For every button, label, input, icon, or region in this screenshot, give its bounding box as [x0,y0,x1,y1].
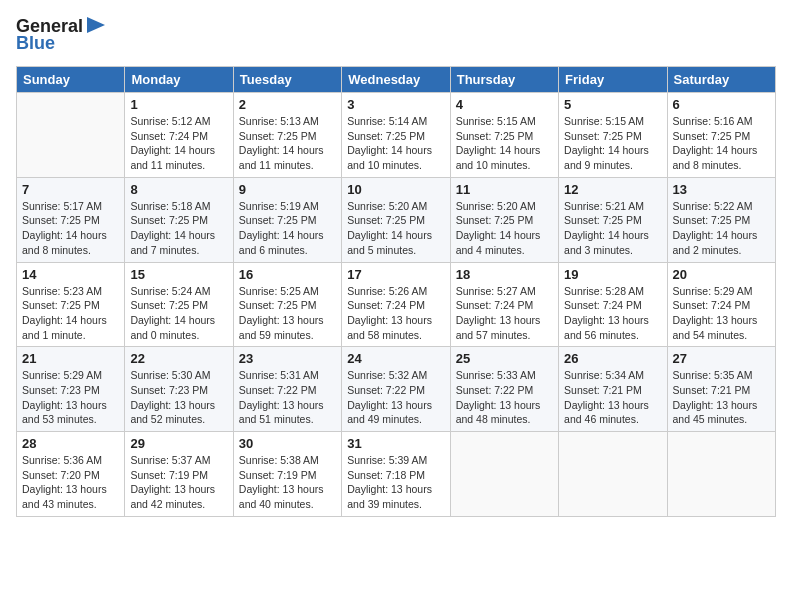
day-info: Sunrise: 5:17 AM Sunset: 7:25 PM Dayligh… [22,199,119,258]
day-info: Sunrise: 5:29 AM Sunset: 7:24 PM Dayligh… [673,284,770,343]
day-number: 14 [22,267,119,282]
calendar-table: SundayMondayTuesdayWednesdayThursdayFrid… [16,66,776,517]
day-info: Sunrise: 5:19 AM Sunset: 7:25 PM Dayligh… [239,199,336,258]
day-info: Sunrise: 5:29 AM Sunset: 7:23 PM Dayligh… [22,368,119,427]
weekday-header: Tuesday [233,67,341,93]
day-number: 27 [673,351,770,366]
day-info: Sunrise: 5:15 AM Sunset: 7:25 PM Dayligh… [456,114,553,173]
svg-marker-0 [87,17,105,33]
calendar-cell: 26Sunrise: 5:34 AM Sunset: 7:21 PM Dayli… [559,347,667,432]
logo-arrow-icon [85,15,107,35]
weekday-header: Saturday [667,67,775,93]
calendar-cell: 27Sunrise: 5:35 AM Sunset: 7:21 PM Dayli… [667,347,775,432]
calendar-cell: 19Sunrise: 5:28 AM Sunset: 7:24 PM Dayli… [559,262,667,347]
day-info: Sunrise: 5:36 AM Sunset: 7:20 PM Dayligh… [22,453,119,512]
day-info: Sunrise: 5:38 AM Sunset: 7:19 PM Dayligh… [239,453,336,512]
day-number: 11 [456,182,553,197]
day-number: 17 [347,267,444,282]
calendar-week-row: 28Sunrise: 5:36 AM Sunset: 7:20 PM Dayli… [17,432,776,517]
day-number: 24 [347,351,444,366]
day-number: 25 [456,351,553,366]
day-info: Sunrise: 5:21 AM Sunset: 7:25 PM Dayligh… [564,199,661,258]
day-number: 21 [22,351,119,366]
day-number: 10 [347,182,444,197]
day-info: Sunrise: 5:37 AM Sunset: 7:19 PM Dayligh… [130,453,227,512]
weekday-header: Friday [559,67,667,93]
calendar-cell: 18Sunrise: 5:27 AM Sunset: 7:24 PM Dayli… [450,262,558,347]
calendar-cell: 15Sunrise: 5:24 AM Sunset: 7:25 PM Dayli… [125,262,233,347]
weekday-header: Wednesday [342,67,450,93]
day-number: 4 [456,97,553,112]
logo: General Blue [16,16,107,54]
day-number: 29 [130,436,227,451]
calendar-cell: 23Sunrise: 5:31 AM Sunset: 7:22 PM Dayli… [233,347,341,432]
calendar-cell: 31Sunrise: 5:39 AM Sunset: 7:18 PM Dayli… [342,432,450,517]
day-number: 15 [130,267,227,282]
day-number: 3 [347,97,444,112]
calendar-cell: 29Sunrise: 5:37 AM Sunset: 7:19 PM Dayli… [125,432,233,517]
day-number: 16 [239,267,336,282]
day-number: 7 [22,182,119,197]
calendar-week-row: 21Sunrise: 5:29 AM Sunset: 7:23 PM Dayli… [17,347,776,432]
calendar-week-row: 7Sunrise: 5:17 AM Sunset: 7:25 PM Daylig… [17,177,776,262]
day-number: 12 [564,182,661,197]
day-info: Sunrise: 5:23 AM Sunset: 7:25 PM Dayligh… [22,284,119,343]
day-info: Sunrise: 5:13 AM Sunset: 7:25 PM Dayligh… [239,114,336,173]
calendar-cell: 3Sunrise: 5:14 AM Sunset: 7:25 PM Daylig… [342,93,450,178]
day-info: Sunrise: 5:28 AM Sunset: 7:24 PM Dayligh… [564,284,661,343]
day-number: 2 [239,97,336,112]
day-info: Sunrise: 5:32 AM Sunset: 7:22 PM Dayligh… [347,368,444,427]
day-info: Sunrise: 5:26 AM Sunset: 7:24 PM Dayligh… [347,284,444,343]
weekday-header: Sunday [17,67,125,93]
calendar-cell: 17Sunrise: 5:26 AM Sunset: 7:24 PM Dayli… [342,262,450,347]
calendar-cell: 12Sunrise: 5:21 AM Sunset: 7:25 PM Dayli… [559,177,667,262]
calendar-cell: 10Sunrise: 5:20 AM Sunset: 7:25 PM Dayli… [342,177,450,262]
calendar-cell: 16Sunrise: 5:25 AM Sunset: 7:25 PM Dayli… [233,262,341,347]
calendar-cell: 4Sunrise: 5:15 AM Sunset: 7:25 PM Daylig… [450,93,558,178]
day-number: 28 [22,436,119,451]
day-info: Sunrise: 5:15 AM Sunset: 7:25 PM Dayligh… [564,114,661,173]
day-info: Sunrise: 5:25 AM Sunset: 7:25 PM Dayligh… [239,284,336,343]
day-info: Sunrise: 5:20 AM Sunset: 7:25 PM Dayligh… [456,199,553,258]
day-number: 19 [564,267,661,282]
calendar-cell [667,432,775,517]
day-info: Sunrise: 5:35 AM Sunset: 7:21 PM Dayligh… [673,368,770,427]
day-info: Sunrise: 5:34 AM Sunset: 7:21 PM Dayligh… [564,368,661,427]
day-info: Sunrise: 5:22 AM Sunset: 7:25 PM Dayligh… [673,199,770,258]
day-number: 18 [456,267,553,282]
day-number: 13 [673,182,770,197]
logo-text-blue: Blue [16,33,55,54]
calendar-week-row: 14Sunrise: 5:23 AM Sunset: 7:25 PM Dayli… [17,262,776,347]
calendar-cell: 28Sunrise: 5:36 AM Sunset: 7:20 PM Dayli… [17,432,125,517]
calendar-cell: 11Sunrise: 5:20 AM Sunset: 7:25 PM Dayli… [450,177,558,262]
calendar-cell [559,432,667,517]
day-info: Sunrise: 5:24 AM Sunset: 7:25 PM Dayligh… [130,284,227,343]
day-number: 8 [130,182,227,197]
weekday-header: Monday [125,67,233,93]
day-number: 30 [239,436,336,451]
calendar-cell: 8Sunrise: 5:18 AM Sunset: 7:25 PM Daylig… [125,177,233,262]
calendar-cell: 1Sunrise: 5:12 AM Sunset: 7:24 PM Daylig… [125,93,233,178]
calendar-cell: 30Sunrise: 5:38 AM Sunset: 7:19 PM Dayli… [233,432,341,517]
calendar-cell: 2Sunrise: 5:13 AM Sunset: 7:25 PM Daylig… [233,93,341,178]
calendar-cell [450,432,558,517]
page-header: General Blue [16,16,776,54]
calendar-cell: 9Sunrise: 5:19 AM Sunset: 7:25 PM Daylig… [233,177,341,262]
weekday-header: Thursday [450,67,558,93]
calendar-cell: 25Sunrise: 5:33 AM Sunset: 7:22 PM Dayli… [450,347,558,432]
calendar-cell: 7Sunrise: 5:17 AM Sunset: 7:25 PM Daylig… [17,177,125,262]
day-number: 26 [564,351,661,366]
day-number: 20 [673,267,770,282]
calendar-cell: 13Sunrise: 5:22 AM Sunset: 7:25 PM Dayli… [667,177,775,262]
calendar-cell: 6Sunrise: 5:16 AM Sunset: 7:25 PM Daylig… [667,93,775,178]
calendar-cell: 20Sunrise: 5:29 AM Sunset: 7:24 PM Dayli… [667,262,775,347]
day-number: 1 [130,97,227,112]
calendar-cell [17,93,125,178]
day-info: Sunrise: 5:16 AM Sunset: 7:25 PM Dayligh… [673,114,770,173]
day-info: Sunrise: 5:39 AM Sunset: 7:18 PM Dayligh… [347,453,444,512]
weekday-header-row: SundayMondayTuesdayWednesdayThursdayFrid… [17,67,776,93]
day-info: Sunrise: 5:14 AM Sunset: 7:25 PM Dayligh… [347,114,444,173]
day-number: 22 [130,351,227,366]
calendar-cell: 21Sunrise: 5:29 AM Sunset: 7:23 PM Dayli… [17,347,125,432]
day-info: Sunrise: 5:20 AM Sunset: 7:25 PM Dayligh… [347,199,444,258]
